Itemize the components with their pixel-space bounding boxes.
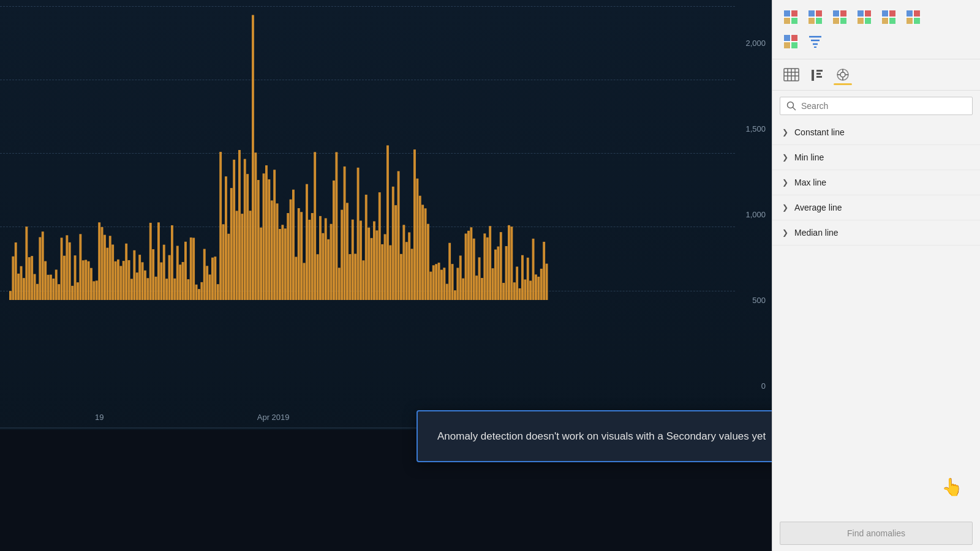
- svg-rect-156: [429, 272, 432, 300]
- svg-rect-177: [486, 238, 489, 300]
- svg-rect-8: [31, 256, 33, 300]
- svg-rect-198: [543, 242, 545, 300]
- svg-rect-25: [77, 282, 79, 300]
- svg-rect-5: [23, 278, 25, 300]
- svg-rect-226: [882, 18, 888, 24]
- svg-rect-236: [784, 35, 790, 41]
- svg-rect-92: [257, 180, 260, 300]
- svg-rect-180: [494, 250, 497, 300]
- svg-rect-38: [111, 244, 114, 300]
- svg-rect-179: [492, 268, 494, 300]
- svg-rect-146: [402, 225, 405, 300]
- y-label-1500: 1,500: [745, 124, 766, 133]
- svg-rect-208: [809, 18, 815, 24]
- svg-rect-14: [47, 275, 50, 300]
- search-input[interactable]: [801, 101, 966, 111]
- analytics-item-min-line[interactable]: ❯ Min line: [772, 145, 980, 170]
- svg-rect-95: [265, 165, 268, 300]
- svg-rect-42: [123, 261, 125, 300]
- visual-type-btn-1[interactable]: [780, 6, 802, 28]
- svg-rect-104: [290, 200, 292, 300]
- sub-icon-row: [772, 59, 980, 91]
- svg-rect-21: [66, 235, 68, 300]
- visual-type-btn-2[interactable]: [804, 6, 826, 28]
- bar-chart-svg: [0, 0, 551, 312]
- svg-rect-46: [133, 250, 135, 300]
- svg-rect-225: [889, 10, 895, 17]
- svg-rect-29: [88, 261, 90, 300]
- svg-rect-152: [419, 196, 421, 300]
- svg-rect-173: [475, 276, 478, 300]
- analytics-item-average-line[interactable]: ❯ Average line: [772, 195, 980, 220]
- svg-rect-207: [816, 10, 822, 17]
- search-icon: [786, 101, 796, 111]
- svg-rect-233: [914, 18, 920, 24]
- svg-rect-39: [115, 261, 117, 300]
- svg-rect-49: [141, 262, 144, 300]
- svg-rect-90: [252, 15, 254, 301]
- svg-rect-116: [322, 233, 324, 300]
- svg-rect-91: [254, 152, 257, 300]
- svg-rect-57: [163, 245, 165, 300]
- svg-rect-255: [816, 76, 822, 78]
- svg-rect-215: [840, 18, 846, 24]
- fields-tab-btn[interactable]: [780, 63, 803, 86]
- format-tab-btn[interactable]: [805, 63, 829, 86]
- svg-rect-128: [354, 253, 356, 300]
- svg-rect-107: [298, 208, 300, 300]
- analytics-item-max-line[interactable]: ❯ Max line: [772, 170, 980, 195]
- svg-rect-97: [271, 200, 273, 300]
- chevron-icon-average: ❯: [782, 203, 788, 212]
- svg-rect-203: [791, 18, 797, 24]
- svg-rect-224: [882, 10, 888, 17]
- find-anomalies-area: Find anomalies: [772, 515, 980, 551]
- svg-rect-55: [157, 222, 160, 300]
- svg-rect-68: [192, 238, 195, 300]
- svg-rect-41: [119, 266, 122, 300]
- visual-type-btn-3[interactable]: [829, 6, 851, 28]
- visual-type-btn-6[interactable]: [902, 6, 924, 28]
- svg-rect-230: [907, 10, 913, 17]
- svg-rect-66: [187, 279, 189, 300]
- filter-main-btn[interactable]: [804, 31, 826, 53]
- svg-rect-85: [238, 150, 241, 300]
- svg-rect-178: [489, 226, 491, 300]
- chevron-icon-min: ❯: [782, 153, 788, 162]
- search-box: [780, 97, 973, 115]
- svg-rect-162: [446, 284, 448, 300]
- svg-rect-102: [284, 228, 287, 300]
- svg-rect-80: [225, 176, 227, 300]
- analytics-item-median-line[interactable]: ❯ Median line: [772, 220, 980, 246]
- svg-rect-20: [63, 256, 66, 300]
- svg-rect-153: [421, 204, 424, 300]
- visual-type-btn-5[interactable]: [878, 6, 900, 28]
- svg-rect-67: [190, 238, 192, 300]
- svg-rect-19: [61, 238, 63, 300]
- svg-rect-101: [281, 225, 284, 300]
- svg-rect-44: [128, 260, 130, 300]
- svg-rect-193: [529, 280, 532, 300]
- analytics-tab-btn[interactable]: [831, 63, 854, 86]
- find-anomalies-button[interactable]: Find anomalies: [780, 522, 973, 545]
- svg-rect-212: [833, 10, 839, 17]
- svg-rect-62: [176, 246, 179, 300]
- svg-rect-139: [384, 234, 386, 300]
- svg-rect-52: [149, 223, 152, 300]
- svg-rect-195: [535, 274, 537, 300]
- svg-rect-37: [109, 236, 111, 300]
- svg-rect-58: [165, 279, 168, 300]
- svg-rect-181: [497, 247, 499, 300]
- analytics-item-constant-line[interactable]: ❯ Constant line: [772, 120, 980, 145]
- svg-rect-125: [346, 203, 349, 300]
- svg-rect-22: [69, 242, 71, 300]
- y-label-500: 500: [752, 296, 766, 305]
- visual-type-btn-4[interactable]: [853, 6, 875, 28]
- svg-rect-188: [516, 267, 518, 300]
- svg-rect-33: [98, 222, 100, 300]
- svg-line-263: [793, 108, 796, 110]
- analytics-main-btn[interactable]: [780, 31, 802, 53]
- svg-rect-54: [155, 277, 157, 300]
- svg-rect-122: [338, 268, 341, 300]
- svg-rect-64: [182, 262, 184, 300]
- svg-rect-99: [276, 203, 279, 300]
